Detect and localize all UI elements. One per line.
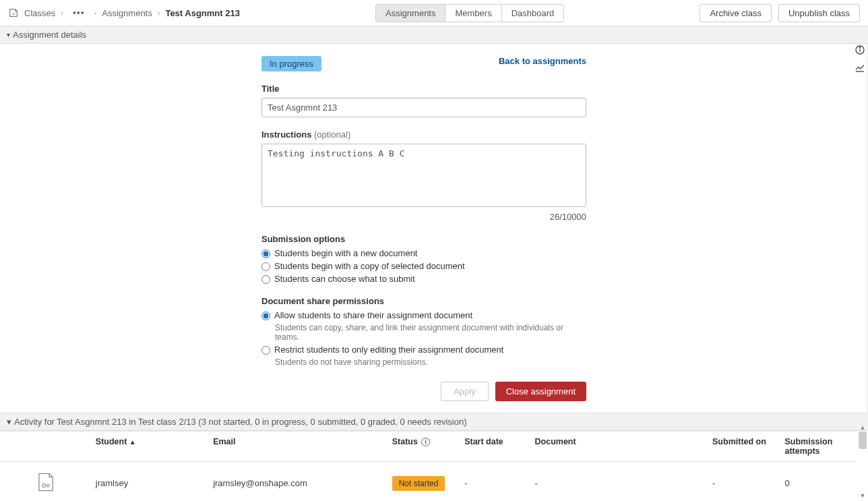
breadcrumb-current: Test Asgnmnt 213	[165, 8, 240, 18]
scroll-down-icon[interactable]: ▼	[859, 492, 867, 500]
svg-point-2	[859, 47, 860, 48]
activity-title: Activity for Test Asgnmnt 213 in Test cl…	[14, 417, 467, 427]
table-row[interactable]: On jramlsey jramsley@onshape.com Not sta…	[0, 462, 856, 502]
chevron-right-icon: ›	[61, 9, 63, 17]
submission-option-label: Students begin with a copy of selected d…	[274, 261, 465, 271]
instructions-textarea[interactable]: Testing instructions A B C	[261, 144, 586, 207]
submission-option-copy-doc[interactable]	[261, 262, 270, 271]
cell-start-date: -	[460, 462, 530, 502]
share-option-helper: Students can copy, share, and link their…	[275, 323, 586, 342]
breadcrumb-classes[interactable]: Classes	[24, 8, 55, 18]
cell-student: jramlsey	[92, 462, 209, 502]
submission-options-heading: Submission options	[261, 234, 586, 244]
breadcrumb-overflow[interactable]: •••	[69, 7, 89, 18]
col-icon	[0, 432, 92, 462]
analytics-icon[interactable]	[855, 62, 865, 73]
right-rail	[852, 45, 868, 73]
caret-down-icon: ▾	[7, 417, 11, 427]
top-actions: Archive class Unpublish class	[700, 4, 860, 22]
share-option-label: Restrict students to only editing their …	[274, 345, 503, 355]
top-bar: Classes › ••• › Assignments › Test Asgnm…	[0, 0, 868, 26]
back-to-assignments-link[interactable]: Back to assignments	[499, 56, 586, 66]
caret-down-icon: ▾	[7, 31, 10, 38]
col-attempts[interactable]: Submission attempts	[780, 432, 856, 462]
share-option-allow[interactable]	[261, 312, 270, 320]
share-option-label: Allow students to share their assignment…	[274, 310, 472, 320]
col-document[interactable]: Document	[531, 432, 709, 462]
share-option-helper: Students do not have sharing permissions…	[275, 357, 586, 367]
archive-class-button[interactable]: Archive class	[700, 4, 772, 22]
submission-option-choose[interactable]	[261, 275, 270, 284]
scroll-up-icon[interactable]: ▲	[859, 423, 867, 432]
activity-table-wrap: Student ▲ Email Status i Start date Docu…	[0, 431, 856, 501]
svg-text:On: On	[42, 482, 50, 489]
document-icon: On	[34, 471, 57, 493]
submission-option-label: Students can choose what to submit	[274, 274, 415, 284]
status-badge: In progress	[261, 56, 321, 71]
share-option-restrict[interactable]	[261, 346, 270, 355]
sort-asc-icon: ▲	[129, 438, 136, 446]
scrollbar-thumb[interactable]	[859, 432, 867, 449]
activity-header[interactable]: ▾ Activity for Test Asgnmnt 213 in Test …	[0, 413, 868, 431]
col-student[interactable]: Student ▲	[92, 432, 209, 462]
section-title: Assignment details	[13, 30, 86, 40]
breadcrumb-assignments[interactable]: Assignments	[102, 8, 152, 18]
tab-group: Assignments Members Dashboard	[375, 4, 564, 22]
title-label: Title	[261, 84, 586, 94]
instructions-label: Instructions (optional)	[261, 129, 586, 140]
breadcrumb: Classes › ••• › Assignments › Test Asgnm…	[8, 7, 240, 18]
col-submitted-on[interactable]: Submitted on	[708, 432, 780, 462]
close-assignment-button[interactable]: Close assignment	[495, 382, 586, 401]
app-icon	[8, 7, 19, 18]
details-panel: In progress Back to assignments Title In…	[0, 44, 868, 430]
activity-table: Student ▲ Email Status i Start date Docu…	[0, 432, 856, 501]
apply-button[interactable]: Apply	[441, 382, 489, 401]
title-input[interactable]	[261, 98, 586, 117]
cell-submitted-on: -	[708, 462, 780, 502]
tab-members[interactable]: Members	[445, 5, 501, 22]
unpublish-class-button[interactable]: Unpublish class	[778, 4, 860, 22]
submission-option-new-doc[interactable]	[261, 249, 270, 258]
status-badge-not-started: Not started	[392, 476, 445, 491]
col-start-date[interactable]: Start date	[460, 432, 530, 462]
col-email[interactable]: Email	[209, 432, 388, 462]
share-permissions-heading: Document share permissions	[261, 296, 586, 306]
char-counter: 26/10000	[261, 212, 586, 222]
cell-document: -	[531, 462, 709, 502]
info-icon[interactable]: i	[421, 438, 430, 446]
cell-email: jramsley@onshape.com	[209, 462, 388, 502]
chevron-right-icon: ›	[158, 9, 160, 17]
col-status[interactable]: Status i	[388, 432, 460, 462]
cell-attempts: 0	[780, 462, 856, 502]
info-icon[interactable]	[855, 45, 865, 55]
submission-option-label: Students begin with a new document	[274, 248, 417, 258]
chevron-right-icon: ›	[94, 9, 97, 17]
assignment-details-header[interactable]: ▾ Assignment details	[0, 26, 868, 44]
tab-dashboard[interactable]: Dashboard	[502, 5, 564, 22]
tab-assignments[interactable]: Assignments	[376, 5, 445, 22]
